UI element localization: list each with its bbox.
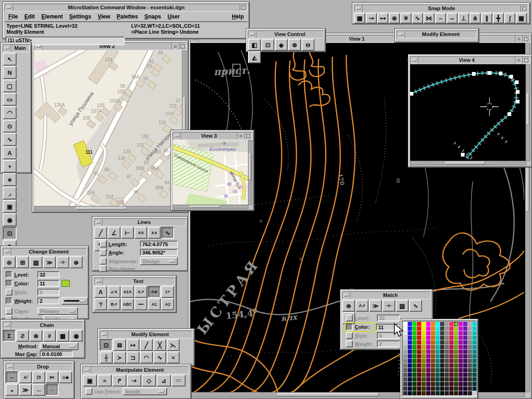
window-menu-icon[interactable]: [3, 322, 11, 329]
drop-palette-titlebar[interactable]: Drop: [6, 363, 73, 371]
color-cell[interactable]: [403, 359, 407, 363]
text-palette-titlebar[interactable]: Text: [94, 278, 175, 285]
snap-multi-button[interactable]: ▦: [516, 13, 527, 24]
color-cell[interactable]: [417, 368, 421, 372]
main-palette-titlebar[interactable]: Main: [3, 44, 30, 52]
method-dropdown[interactable]: Manual: [40, 342, 79, 350]
color-cell[interactable]: [417, 373, 421, 377]
color-cell[interactable]: [468, 340, 472, 345]
drop-cell-button[interactable]: ✂: [46, 371, 59, 383]
color-cell[interactable]: [459, 326, 463, 331]
menu-palettes[interactable]: Palettes: [117, 13, 138, 20]
change-symbology-button[interactable]: ⊚: [3, 256, 16, 268]
match-dimension-button[interactable]: ⊣⊢: [382, 300, 395, 312]
color-checkbox[interactable]: [6, 280, 12, 287]
color-cell[interactable]: [472, 345, 477, 349]
snap-perpendicular-button[interactable]: ⊥: [458, 13, 469, 24]
color-cell[interactable]: [431, 363, 435, 368]
color-cell[interactable]: [431, 322, 435, 326]
trim-elements-button[interactable]: ╫: [100, 351, 113, 363]
modify-arc-button[interactable]: ◠: [140, 351, 153, 363]
match-hatch-button[interactable]: ▨: [396, 300, 409, 312]
color-cell[interactable]: [449, 336, 453, 340]
color-cell[interactable]: [472, 331, 477, 335]
color-cell[interactable]: [459, 391, 463, 395]
color-cell[interactable]: [408, 373, 412, 377]
change-to-active-button[interactable]: ⊛: [70, 256, 83, 268]
color-cell[interactable]: [445, 336, 449, 340]
match-all-button[interactable]: ⊛: [342, 300, 355, 312]
color-cell[interactable]: [454, 345, 458, 349]
color-cell[interactable]: [454, 387, 458, 391]
view4-canvas[interactable]: [410, 64, 526, 161]
color-cell[interactable]: [417, 382, 421, 386]
color-cell[interactable]: [403, 354, 407, 358]
maximize-icon[interactable]: [522, 57, 530, 64]
color-cell[interactable]: [412, 354, 417, 358]
color-cell[interactable]: [422, 377, 426, 381]
mirror-element-button[interactable]: ⊿: [157, 375, 171, 387]
color-cell-selected[interactable]: [454, 322, 458, 326]
snap-tangent-point-button[interactable]: ⌣: [447, 13, 458, 24]
window-menu-icon[interactable]: [3, 45, 11, 52]
color-cell[interactable]: [472, 359, 477, 363]
color-cell[interactable]: [459, 336, 463, 340]
color-cell[interactable]: [431, 331, 435, 335]
color-cell[interactable]: [454, 377, 458, 381]
view3-horizontal-scrollbar[interactable]: [173, 205, 248, 209]
color-cell[interactable]: [454, 326, 458, 331]
change-style-button[interactable]: ≫: [43, 256, 56, 268]
extend-two-elements-button[interactable]: ╳: [153, 339, 166, 351]
color-cell[interactable]: [412, 322, 417, 326]
snap-point-through-button[interactable]: ╋: [493, 13, 504, 24]
color-cell[interactable]: [440, 326, 444, 331]
snap-midpoint-button[interactable]: ∿: [412, 13, 423, 24]
color-cell[interactable]: [445, 363, 449, 368]
place-line-string-button[interactable]: ∿: [3, 133, 17, 146]
color-cell[interactable]: [440, 359, 444, 363]
color-cell[interactable]: [403, 340, 407, 345]
color-cell[interactable]: [463, 336, 467, 340]
length-lock-checkbox[interactable]: [100, 241, 107, 248]
window-menu-icon[interactable]: [355, 5, 363, 12]
color-cell[interactable]: [417, 354, 421, 358]
color-cell[interactable]: [422, 326, 426, 331]
color-cell[interactable]: [459, 322, 463, 326]
color-cell[interactable]: [422, 340, 426, 345]
snap-button-bar-button[interactable]: ▩: [354, 13, 365, 24]
color-cell[interactable]: [431, 350, 435, 354]
color-cell[interactable]: [422, 336, 426, 340]
color-cell[interactable]: [431, 336, 435, 340]
copy-increment-text-button[interactable]: A1: [148, 298, 161, 310]
color-cell[interactable]: [431, 373, 435, 377]
color-cell[interactable]: [431, 326, 435, 331]
snap-nearest-button[interactable]: ⊸: [366, 13, 377, 24]
color-cell[interactable]: [468, 391, 472, 395]
color-cell[interactable]: [412, 391, 417, 395]
color-cell[interactable]: [426, 350, 430, 354]
color-cell[interactable]: [468, 368, 472, 372]
use-fence-dropdown[interactable]: Inside: [123, 387, 167, 395]
color-cell[interactable]: [412, 368, 417, 372]
color-cell[interactable]: [403, 373, 407, 377]
color-cell[interactable]: [431, 345, 435, 349]
color-cell[interactable]: [408, 331, 412, 335]
color-cell[interactable]: [408, 340, 412, 345]
command-window-titlebar[interactable]: MicroStation Command Window - essentuki.…: [5, 4, 248, 12]
color-cell[interactable]: [472, 387, 477, 391]
color-cell[interactable]: [445, 387, 449, 391]
color-cell[interactable]: [454, 368, 458, 372]
color-cell[interactable]: [445, 345, 449, 349]
level-input[interactable]: 32: [37, 271, 60, 278]
color-cell[interactable]: [440, 382, 444, 386]
color-cell[interactable]: [459, 345, 463, 349]
color-cell[interactable]: [422, 387, 426, 391]
drop-pattern-button[interactable]: ◇◈: [59, 371, 72, 383]
scale-element-button[interactable]: ◇: [142, 375, 156, 387]
view-zoom-in-button[interactable]: ⊕: [288, 39, 301, 51]
drop-multiline-button[interactable]: ≫: [19, 384, 32, 396]
color-cell[interactable]: [463, 387, 467, 391]
modify-arc-angle-button[interactable]: ≈: [167, 351, 180, 363]
identify-text-button[interactable]: ?: [94, 298, 107, 310]
color-cell[interactable]: [445, 382, 449, 386]
